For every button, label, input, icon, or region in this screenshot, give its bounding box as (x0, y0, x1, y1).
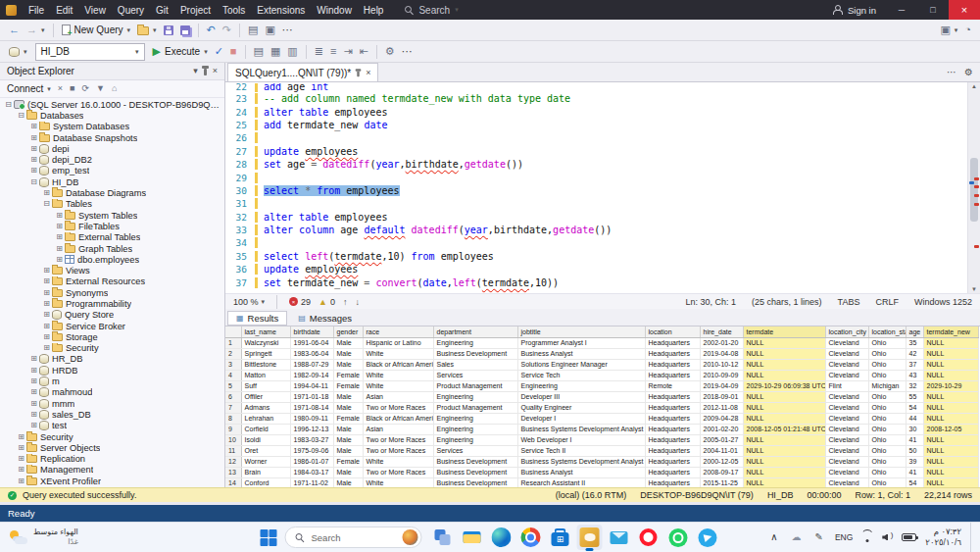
cell-termdate[interactable]: 2029-10-29 06:09:38 UTC (743, 380, 825, 391)
cell-birthdate[interactable]: 1986-01-07 (290, 456, 333, 467)
expand-icon[interactable]: ⊞ (42, 189, 51, 197)
cell-location_state[interactable]: Ohio (868, 467, 906, 477)
cell-gender[interactable]: Male (333, 434, 363, 445)
cell-termdate[interactable]: NULL (743, 402, 825, 413)
next-issue-icon[interactable]: ↓ (356, 297, 361, 307)
cancel-query-icon[interactable]: ■ (227, 43, 240, 61)
column-header-race[interactable]: race (363, 326, 433, 337)
cell-termdate[interactable]: NULL (743, 359, 825, 370)
cell-department[interactable]: Business Development (433, 348, 517, 359)
cell-race[interactable]: Two or More Races (363, 467, 433, 477)
expand-icon[interactable]: ⊞ (29, 400, 38, 408)
cell-birthdate[interactable]: 1971-11-02 (290, 477, 333, 487)
cell-age[interactable]: 41 (906, 434, 923, 445)
cell-last_name[interactable]: Bittlestone (241, 359, 290, 370)
tree-item-external-resources[interactable]: ⊞External Resources (0, 276, 224, 287)
cell-jobtitle[interactable]: Business Systems Development Analyst (517, 456, 645, 467)
cell-termdate_new[interactable]: NULL (923, 445, 978, 456)
registered-servers-icon[interactable]: ▣ (262, 22, 277, 39)
cell-department[interactable]: Business Development (433, 456, 517, 467)
cell-jobtitle[interactable]: Quality Engineer (517, 402, 645, 413)
filter-icon[interactable]: ▼ (93, 81, 108, 96)
code-line[interactable]: 37set termdate_new = convert(date,left(t… (225, 276, 967, 288)
expand-icon[interactable]: ⊞ (29, 134, 38, 142)
maximize-button[interactable]: □ (917, 0, 949, 20)
cell-jobtitle[interactable]: Research Assistant II (517, 477, 645, 487)
tree-item-database-snapshots[interactable]: ⊞Database Snapshots (0, 132, 224, 143)
cell-hire_date[interactable]: 2018-09-01 (700, 391, 743, 402)
code-line[interactable]: 28set age = datediff(year,birthdate,getd… (225, 158, 967, 171)
cell-last_name[interactable]: Admans (241, 402, 290, 413)
column-header-last_name[interactable]: last_name (241, 326, 290, 337)
cell-jobtitle[interactable]: Developer I (517, 413, 645, 424)
cell-termdate_new[interactable]: NULL (923, 456, 978, 467)
home-icon[interactable]: ⌂ (109, 81, 120, 96)
cell-hire_date[interactable]: 2019-04-08 (700, 348, 743, 359)
cell-termdate_new[interactable]: 2008-12-05 (923, 424, 978, 434)
sign-in-button[interactable]: Sign in (823, 0, 886, 20)
tree-item-mahmoud[interactable]: ⊞mahmoud (0, 387, 224, 398)
cell-termdate[interactable]: NULL (743, 434, 825, 445)
cell-age[interactable]: 43 (906, 370, 923, 380)
chevron-down-icon[interactable]: ▾ (190, 65, 201, 78)
cell-gender[interactable]: Male (333, 477, 363, 487)
cell-last_name[interactable]: Conford (241, 477, 290, 487)
cell-race[interactable]: White (363, 370, 433, 380)
cell-hire_date[interactable]: 2000-12-05 (700, 456, 743, 467)
cell-termdate_new[interactable]: NULL (923, 402, 978, 413)
cell-jobtitle[interactable]: Engineering (517, 380, 645, 391)
cell-termdate[interactable]: NULL (743, 445, 825, 456)
cell-location_city[interactable]: Cleveland (825, 391, 868, 402)
cell-location_city[interactable]: Cleveland (825, 424, 868, 434)
cell-last_name[interactable]: Oret (241, 445, 290, 456)
cell-department[interactable]: Business Development (433, 467, 517, 477)
cell-department[interactable]: Engineering (433, 424, 517, 434)
code-line[interactable]: 31 (225, 197, 967, 210)
tree-item-hrdb[interactable]: ⊞HRDB (0, 365, 224, 376)
tree-item-sql-server-16-0-1000-desktop-b96d9qn-it[interactable]: ⊟(SQL Server 16.0.1000 - DESKTOP-B96D9QN… (0, 99, 224, 110)
tree-item-tables[interactable]: ⊟Tables (0, 199, 224, 210)
menu-window[interactable]: Window (311, 3, 358, 18)
expand-icon[interactable]: ⊞ (55, 223, 64, 230)
cell-termdate_new[interactable]: NULL (923, 467, 978, 477)
cell-location_state[interactable]: Ohio (868, 424, 906, 434)
tabs-indicator[interactable]: TABS (838, 297, 860, 307)
taskbar-clock[interactable]: ٠٧:٣٢ م ٢٠٢٥/١٠/٦ (925, 527, 961, 548)
cell-race[interactable]: White (363, 348, 433, 359)
tree-item-xevent-profiler[interactable]: ⊞XEvent Profiler (0, 476, 224, 486)
battery-icon[interactable] (902, 533, 916, 541)
expand-icon[interactable]: ⊞ (55, 256, 64, 264)
cell-location[interactable]: Headquarters (645, 477, 700, 487)
tree-item-hr-db[interactable]: ⊞HR_DB (0, 354, 224, 365)
cell-location_state[interactable]: Ohio (868, 456, 906, 467)
cell-birthdate[interactable]: 1996-12-13 (290, 424, 333, 434)
parse-icon[interactable]: ✓ (212, 43, 226, 61)
available-databases-icon[interactable]: ▾ (6, 43, 30, 61)
expand-icon[interactable]: ⊞ (29, 411, 38, 419)
cell-race[interactable]: White (363, 380, 433, 391)
cell-gender[interactable]: Male (333, 424, 363, 434)
cell-location[interactable]: Headquarters (645, 467, 700, 477)
cell-gender[interactable]: Male (333, 391, 363, 402)
cell-hire_date[interactable]: 2010-09-09 (700, 370, 743, 380)
cell-location[interactable]: Headquarters (645, 445, 700, 456)
row-number-cell[interactable]: 6 (225, 391, 241, 402)
expand-icon[interactable]: ⊞ (55, 212, 64, 220)
tree-item-replication[interactable]: ⊞Replication (0, 454, 224, 465)
back-icon[interactable]: ← (6, 22, 23, 39)
cell-last_name[interactable]: Worner (241, 456, 290, 467)
tray-chevron-icon[interactable]: ∧ (767, 528, 780, 546)
taskbar-opera-button[interactable] (636, 525, 662, 550)
cell-location_city[interactable]: Cleveland (825, 337, 868, 348)
column-header-jobtitle[interactable]: jobtitle (517, 326, 645, 337)
cell-location_city[interactable]: Flint (825, 380, 868, 391)
cell-gender[interactable]: Male (333, 359, 363, 370)
row-number-cell[interactable]: 10 (225, 434, 241, 445)
cell-location_state[interactable]: Ohio (868, 434, 906, 445)
results-to-file-icon[interactable]: ▥ (284, 43, 300, 61)
cell-age[interactable]: 35 (906, 337, 923, 348)
cell-termdate[interactable]: 2008-12-05 01:21:48 UTC (743, 424, 825, 434)
code-line[interactable]: 35select left(termdate,10) from employee… (225, 250, 967, 263)
menu-extensions[interactable]: Extensions (251, 3, 311, 18)
tree-item-depi[interactable]: ⊞depi (0, 143, 224, 154)
